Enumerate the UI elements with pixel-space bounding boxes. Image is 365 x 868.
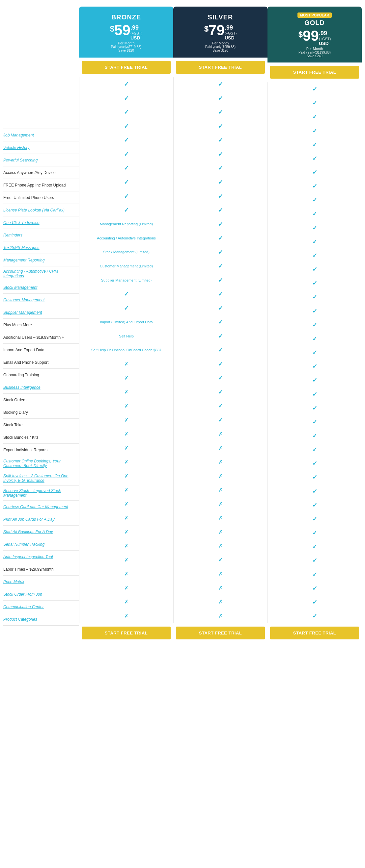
feature-label-1: Vehicle History xyxy=(3,142,79,154)
limited-text: Management Reporting (Limited) xyxy=(100,222,153,226)
silver-trial-btn-top[interactable]: START FREE TRIAL xyxy=(176,61,265,74)
cross-icon: ✗ xyxy=(124,515,129,521)
silver-period: Per Month xyxy=(212,41,229,45)
silver-trial-btn-bottom-row: START FREE TRIAL xyxy=(173,623,268,643)
feature-link-32[interactable]: Serial Number Tracking xyxy=(3,542,45,547)
cross-icon: ✗ xyxy=(218,473,223,479)
check-icon: ✓ xyxy=(218,416,223,424)
check-icon: ✓ xyxy=(218,374,223,381)
silver-gst: (+GST) xyxy=(225,31,236,35)
feature-link-35[interactable]: Price Matrix xyxy=(3,580,24,584)
bronze-feature-26: ✗ xyxy=(79,441,173,455)
feature-label-24: Stock Bundles / Kits xyxy=(3,431,79,444)
bronze-feature-23: ✗ xyxy=(79,399,173,413)
feature-link-14[interactable]: Supplier Management xyxy=(3,310,42,315)
feature-link-36[interactable]: Stock Order From Job xyxy=(3,592,42,597)
check-icon: ✓ xyxy=(124,305,129,312)
feature-label-9: Text/SMS Messages xyxy=(3,241,79,254)
feature-label-34: Labor Times – $29.99/Month xyxy=(3,563,79,576)
bronze-feature-1: ✓ xyxy=(79,91,173,105)
check-icon: ✓ xyxy=(312,349,317,356)
silver-feature-7: ✓ xyxy=(173,175,268,189)
feature-link-8[interactable]: Reminders xyxy=(3,233,22,238)
bronze-cents: .99 xyxy=(131,24,139,31)
gold-feature-18: ✓ xyxy=(268,332,362,346)
feature-link-26[interactable]: Customer Online Bookings, Your Customers… xyxy=(3,459,77,468)
bronze-feature-29: ✗ xyxy=(79,483,173,497)
feature-link-10[interactable]: Management Reporting xyxy=(3,258,45,262)
check-icon: ✓ xyxy=(312,196,317,204)
silver-trial-btn-bottom[interactable]: START FREE TRIAL xyxy=(176,627,265,640)
feature-link-2[interactable]: Powerful Searching xyxy=(3,158,37,162)
gold-feature-35: ✓ xyxy=(268,567,362,581)
bronze-trial-btn-bottom[interactable]: START FREE TRIAL xyxy=(82,627,171,640)
check-icon: ✓ xyxy=(218,81,223,88)
bronze-trial-btn-top[interactable]: START FREE TRIAL xyxy=(82,61,171,74)
cross-icon: ✗ xyxy=(218,571,223,577)
feature-label-37: Communication Center xyxy=(3,600,79,613)
gold-save: Save $240 xyxy=(307,54,322,58)
bronze-feature-5: ✓ xyxy=(79,147,173,161)
silver-price-row: $ 79 .99 (+GST) USD xyxy=(204,23,237,40)
feature-link-20[interactable]: Business Intelligence xyxy=(3,385,40,390)
check-icon: ✓ xyxy=(218,556,223,563)
feature-label-18: Email And Phone Support xyxy=(3,356,79,369)
feature-link-0[interactable]: Job Management xyxy=(3,133,34,137)
gold-usd: USD xyxy=(319,41,329,46)
bronze-price-row: $ 59 .99 (+GST) USD xyxy=(110,23,143,40)
silver-feature-11: ✓ xyxy=(173,231,268,245)
bronze-feature-0: ✓ xyxy=(79,77,173,91)
check-icon: ✓ xyxy=(312,543,317,550)
feature-link-27[interactable]: Split Invoices – 2 Customers On One Invo… xyxy=(3,474,77,483)
bronze-yearly: Paid yearly($719.88) xyxy=(111,45,141,49)
feature-link-9[interactable]: Text/SMS Messages xyxy=(3,245,39,250)
feature-link-33[interactable]: Auto Inspect Inspection Tool xyxy=(3,555,53,559)
check-icon: ✓ xyxy=(124,207,129,214)
feature-link-30[interactable]: Print All Job Cards For A Day xyxy=(3,517,54,522)
cross-icon: ✗ xyxy=(218,585,223,591)
gold-feature-19: ✓ xyxy=(268,346,362,360)
feature-link-1[interactable]: Vehicle History xyxy=(3,145,30,150)
cross-icon: ✗ xyxy=(218,599,223,605)
check-icon: ✓ xyxy=(218,402,223,409)
feature-label-28: Reserve Stock – Improved Stock Managemen… xyxy=(3,486,79,501)
check-icon: ✓ xyxy=(218,151,223,158)
gold-feature-12: ✓ xyxy=(268,249,362,262)
feature-link-7[interactable]: One Click To Invoice xyxy=(3,220,39,225)
gold-badge: MOST POPULAR xyxy=(298,12,332,18)
gold-trial-btn-top-row: START FREE TRIAL xyxy=(268,62,362,82)
silver-feature-6: ✓ xyxy=(173,161,268,175)
silver-yearly: Paid yearly($959.88) xyxy=(205,45,235,49)
feature-link-13[interactable]: Customer Management xyxy=(3,298,45,302)
gold-trial-btn-bottom[interactable]: START FREE TRIAL xyxy=(270,627,359,640)
cross-icon: ✗ xyxy=(124,445,129,451)
check-icon: ✓ xyxy=(124,290,129,298)
gold-price-details: .99 (+GST) USD xyxy=(319,30,331,46)
check-icon: ✓ xyxy=(124,108,129,116)
feature-link-12[interactable]: Stock Management xyxy=(3,285,37,290)
feature-label-26: Customer Online Bookings, Your Customers… xyxy=(3,456,79,471)
check-icon: ✓ xyxy=(312,405,317,412)
feature-link-38[interactable]: Product Categories xyxy=(3,617,37,622)
gold-feature-16: ✓ xyxy=(268,304,362,318)
feature-link-37[interactable]: Communication Center xyxy=(3,604,44,609)
check-icon: ✓ xyxy=(312,113,317,120)
feature-link-31[interactable]: Start All Bookings For A Day xyxy=(3,530,53,534)
bronze-feature-15: ✓ xyxy=(79,287,173,301)
bronze-feature-4: ✓ xyxy=(79,133,173,147)
feature-link-11[interactable]: Accounting / Automotive / CRM Integratio… xyxy=(3,269,77,278)
feature-link-6[interactable]: License Plate Lookup (Via CarFax) xyxy=(3,208,64,213)
bottom-spacer xyxy=(3,626,79,643)
check-icon: ✓ xyxy=(218,193,223,200)
bronze-feature-20: ✗ xyxy=(79,357,173,371)
check-icon: ✓ xyxy=(312,488,317,495)
cross-icon: ✗ xyxy=(218,613,223,619)
feature-link-28[interactable]: Reserve Stock – Improved Stock Managemen… xyxy=(3,489,77,498)
gold-feature-25: ✓ xyxy=(268,429,362,443)
silver-feature-13: ✓ xyxy=(173,259,268,273)
gold-feature-5: ✓ xyxy=(268,152,362,165)
check-icon: ✓ xyxy=(124,179,129,186)
feature-link-29[interactable]: Courtesy Car/Loan Car Management xyxy=(3,504,68,509)
gold-trial-btn-top[interactable]: START FREE TRIAL xyxy=(270,66,359,79)
limited-text: Self Help Or Optional OnBoard Coach $687 xyxy=(91,348,162,352)
